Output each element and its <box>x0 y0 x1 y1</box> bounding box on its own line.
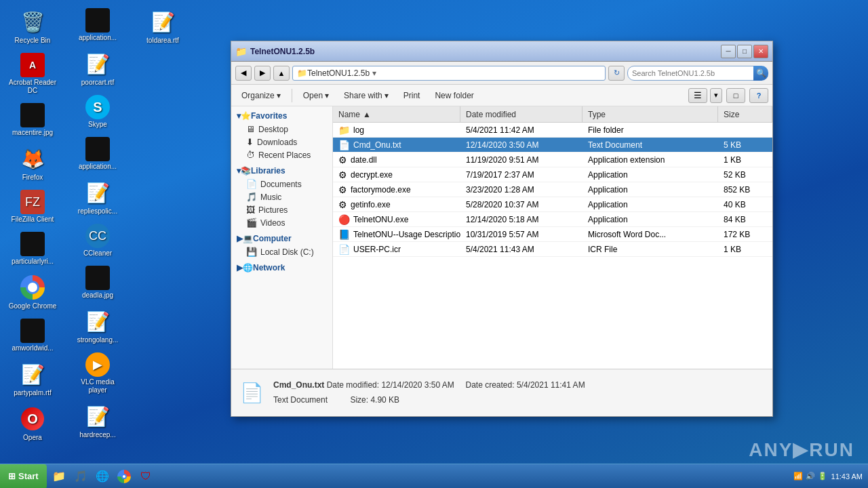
taskbar-browser-icon[interactable]: 🌐 <box>93 467 112 486</box>
table-row[interactable]: ⚙ factorymode.exe 3/23/2020 1:28 AM Appl… <box>333 182 772 197</box>
minimize-button[interactable]: ─ <box>721 45 736 58</box>
up-button[interactable]: ▲ <box>273 66 290 81</box>
sidebar-item-local-disk[interactable]: 💾 Local Disk (C:) <box>231 245 332 258</box>
videos-nav-icon: 🎬 <box>246 218 257 228</box>
col-name[interactable]: Name ▲ <box>333 106 460 122</box>
libraries-section: ▾ 📚 Libraries 📄 Documents 🎵 Music 🖼 <box>231 164 332 229</box>
taskbar-security-icon[interactable]: 🛡 <box>136 467 155 486</box>
libraries-icon: 📚 <box>241 166 251 176</box>
taskbar-media-icon[interactable]: 🎵 <box>71 467 90 486</box>
sidebar-item-music[interactable]: 🎵 Music <box>231 190 332 203</box>
file-date-cell: 12/14/2020 3:50 AM <box>460 138 583 152</box>
application2-icon[interactable]: application... <box>71 134 125 174</box>
partypalm-icon[interactable]: 📝 partypalm.rtf <box>5 358 60 400</box>
hardrecep-icon[interactable]: 📝 hardrecep... <box>71 400 125 442</box>
taskbar-explorer-icon[interactable]: 📁 <box>50 467 68 486</box>
file-date-cell: 5/4/2021 11:43 AM <box>460 242 583 256</box>
table-row[interactable]: ⚙ getinfo.exe 5/28/2020 10:37 AM Applica… <box>333 197 772 212</box>
pictures-nav-label: Pictures <box>258 205 288 215</box>
filezilla-icon[interactable]: FZ FileZilla Client <box>5 187 60 226</box>
macentire-icon[interactable]: macentire.jpg <box>5 100 60 140</box>
taskbar-chrome-icon[interactable] <box>115 467 134 486</box>
file-size-cell: 172 KB <box>718 227 772 241</box>
search-input[interactable] <box>627 66 756 81</box>
amworldwid-icon[interactable]: amworldwid... <box>5 316 60 355</box>
chrome-icon[interactable]: Google Chrome <box>5 271 60 313</box>
favorites-header[interactable]: ▾ ⭐ Favorites <box>231 109 332 123</box>
downloads-nav-icon: ⬇ <box>246 137 254 147</box>
opera-icon[interactable]: O Opera <box>5 403 60 445</box>
explorer-window: 📁 TelnetONU1.2.5b ─ □ ✕ ◀ ▶ ▲ 📁 TelnetON… <box>231 41 773 417</box>
table-row[interactable]: 📘 TelnetONU--Usage Description of the ON… <box>333 227 772 242</box>
table-row[interactable]: 📄 Cmd_Onu.txt 12/14/2020 3:50 AM Text Do… <box>333 138 772 152</box>
print-button[interactable]: Print <box>397 87 427 104</box>
sidebar-item-videos[interactable]: 🎬 Videos <box>231 216 332 229</box>
table-row[interactable]: 📁 log 5/4/2021 11:42 AM File folder <box>333 123 772 138</box>
nav-pane: ▾ ⭐ Favorites 🖥 Desktop ⬇ Downloads ⏱ <box>231 106 333 369</box>
col-size[interactable]: Size <box>718 106 772 122</box>
col-date-modified[interactable]: Date modified <box>460 106 583 122</box>
restore-button[interactable]: □ <box>737 45 752 58</box>
view-list-button[interactable]: ☰ <box>688 88 707 103</box>
status-file-icon: 📄 <box>238 376 265 410</box>
strongolang-icon[interactable]: 📝 strongolang... <box>71 305 125 347</box>
sidebar-item-pictures[interactable]: 🖼 Pictures <box>231 203 332 216</box>
close-button[interactable]: ✕ <box>753 45 768 58</box>
system-tray: 📶 🔊 🔋 <box>793 472 827 481</box>
refresh-button[interactable]: ↻ <box>608 66 625 81</box>
libraries-label: Libraries <box>251 166 285 176</box>
firefox-icon[interactable]: 🦊 Firefox <box>5 142 60 184</box>
col-type[interactable]: Type <box>583 106 718 122</box>
table-row[interactable]: ⚙ decrypt.exe 7/19/2017 2:37 AM Applicat… <box>333 167 772 182</box>
particularlyri-icon[interactable]: particularlyri... <box>5 229 60 268</box>
address-path[interactable]: 📁 TelnetONU1.2.5b ▾ <box>292 66 606 81</box>
deadla-icon[interactable]: deadla.jpg <box>71 263 125 302</box>
open-button[interactable]: Open ▾ <box>297 87 335 104</box>
table-row[interactable]: ⚙ date.dll 11/19/2020 9:51 AM Applicatio… <box>333 152 772 167</box>
forward-button[interactable]: ▶ <box>254 66 271 81</box>
ccleaner-icon[interactable]: CC CCleaner <box>71 221 125 260</box>
vlc-icon[interactable]: ▶ VLC media player <box>71 350 125 397</box>
table-row[interactable]: 📄 USER-PC.icr 5/4/2021 11:43 AM ICR File… <box>333 242 772 257</box>
view-dropdown-button[interactable]: ▾ <box>710 88 722 103</box>
help-button[interactable]: ? <box>749 88 768 103</box>
sidebar-item-downloads[interactable]: ⬇ Downloads <box>231 136 332 148</box>
skype-icon[interactable]: S Skype <box>71 92 125 131</box>
poorcart-icon[interactable]: 📝 poorcart.rtf <box>71 47 125 89</box>
network-label: Network <box>253 263 285 272</box>
new-folder-label: New folder <box>435 91 473 100</box>
sidebar-item-documents[interactable]: 📄 Documents <box>231 178 332 190</box>
path-dropdown[interactable]: ▾ <box>372 68 376 78</box>
txt-file-icon: 📄 <box>338 140 350 150</box>
new-folder-button[interactable]: New folder <box>429 87 479 104</box>
file-date-cell: 5/4/2021 11:42 AM <box>460 123 583 137</box>
back-button[interactable]: ◀ <box>235 66 252 81</box>
recycle-bin-icon[interactable]: 🗑️ Recycle Bin <box>5 5 60 47</box>
sidebar-item-recent[interactable]: ⏱ Recent Places <box>231 148 332 161</box>
organize-button[interactable]: Organize ▾ <box>235 87 287 104</box>
search-button[interactable]: 🔍 <box>753 66 768 81</box>
file-type-cell: Application <box>583 197 718 211</box>
computer-icon: 💻 <box>243 234 253 243</box>
share-with-button[interactable]: Share with ▾ <box>338 87 395 104</box>
telnetonu-file-icon: 🔴 <box>338 214 350 225</box>
table-row[interactable]: 🔴 TelnetONU.exe 12/14/2020 5:18 AM Appli… <box>333 212 772 227</box>
toldarea-icon[interactable]: 📝 toldarea.rtf <box>136 5 190 47</box>
repliespolic-icon[interactable]: 📝 repliespolic... <box>71 176 125 218</box>
sort-icon: ▲ <box>363 110 371 119</box>
network-expand-icon: ▶ <box>237 263 243 272</box>
libraries-header[interactable]: ▾ 📚 Libraries <box>231 164 332 178</box>
start-button[interactable]: ⊞ Start <box>0 464 47 489</box>
status-date-created-label: Date created: <box>466 380 517 390</box>
favorites-label: Favorites <box>251 111 287 121</box>
file-name-cell: 🔴 TelnetONU.exe <box>333 212 460 226</box>
computer-header[interactable]: ▶ 💻 Computer <box>231 232 332 245</box>
application1-icon[interactable]: application... <box>71 5 125 45</box>
sidebar-item-desktop[interactable]: 🖥 Desktop <box>231 123 332 136</box>
file-size-cell: 5 KB <box>718 138 772 152</box>
acrobat-icon[interactable]: A Acrobat Reader DC <box>5 50 60 98</box>
network-header[interactable]: ▶ 🌐 Network <box>231 261 332 274</box>
preview-pane-button[interactable]: □ <box>726 88 745 103</box>
file-type-cell: File folder <box>583 123 718 137</box>
status-date-created: 5/4/2021 11:41 AM <box>517 380 585 390</box>
